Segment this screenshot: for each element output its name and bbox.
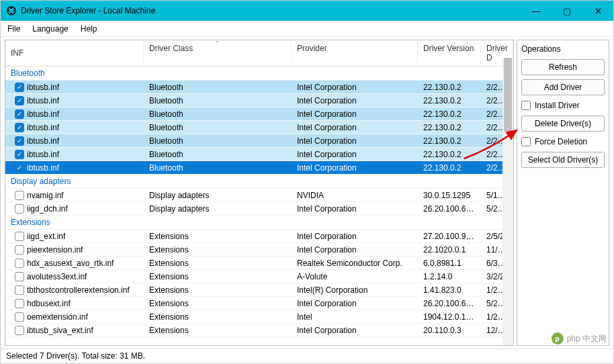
window-title: Driver Store Explorer - Local Machine bbox=[21, 6, 521, 15]
cell-class: Bluetooth bbox=[144, 83, 292, 92]
cell-version: 1904.12.0.1208 bbox=[418, 312, 481, 322]
group-bluetooth[interactable]: Bluetooth bbox=[5, 66, 513, 81]
group-extensions[interactable]: Extensions bbox=[5, 216, 513, 230]
menu-help[interactable]: Help bbox=[81, 24, 97, 34]
minimize-button[interactable]: — bbox=[521, 1, 552, 21]
column-driver-class[interactable]: ⌃ Driver Class bbox=[144, 40, 292, 66]
table-row[interactable]: iigd_dch.infDisplay adaptersIntel Corpor… bbox=[5, 202, 513, 216]
cell-inf: nvamig.inf bbox=[27, 191, 64, 200]
row-checkbox[interactable] bbox=[15, 326, 24, 335]
menu-bar: File Language Help bbox=[1, 21, 613, 37]
column-inf[interactable]: INF bbox=[5, 40, 144, 66]
cell-version: 1.2.14.0 bbox=[418, 272, 481, 281]
cell-version: 22.130.0.2 bbox=[418, 163, 481, 173]
row-checkbox[interactable] bbox=[15, 259, 24, 268]
delete-drivers-button[interactable]: Delete Driver(s) bbox=[521, 116, 605, 132]
cell-inf: iigd_ext.inf bbox=[27, 232, 65, 241]
cell-class: Display adapters bbox=[144, 204, 292, 214]
table-row[interactable]: ibtusb_siva_ext.infExtensionsIntel Corpo… bbox=[5, 324, 513, 337]
table-row[interactable]: avolutess3ext.infExtensionsA-Volute1.2.1… bbox=[5, 270, 513, 283]
row-checkbox[interactable] bbox=[15, 109, 24, 119]
vertical-scrollbar[interactable] bbox=[502, 58, 513, 345]
row-checkbox[interactable] bbox=[15, 123, 24, 132]
table-row[interactable]: hdbusext.infExtensionsIntel Corporation2… bbox=[5, 297, 513, 310]
cell-provider: Intel Corporation bbox=[292, 123, 418, 132]
row-checkbox[interactable] bbox=[15, 272, 24, 281]
table-row[interactable]: pieextension.infExtensionsIntel Corporat… bbox=[5, 243, 513, 257]
maximize-button[interactable]: ▢ bbox=[552, 1, 582, 21]
status-bar: Selected 7 Driver(s). Total size: 31 MB. bbox=[1, 349, 613, 363]
cell-provider: Intel Corporation bbox=[292, 83, 418, 92]
row-checkbox[interactable] bbox=[15, 96, 24, 105]
table-body: Bluetoothibtusb.infBluetoothIntel Corpor… bbox=[5, 66, 513, 345]
cell-class: Extensions bbox=[144, 245, 292, 255]
cell-class: Extensions bbox=[144, 285, 292, 295]
refresh-button[interactable]: Refresh bbox=[521, 59, 605, 75]
table-row[interactable]: ibtusb.infBluetoothIntel Corporation22.1… bbox=[5, 121, 513, 134]
add-driver-button[interactable]: Add Driver bbox=[521, 79, 605, 95]
menu-language[interactable]: Language bbox=[32, 24, 68, 34]
column-provider[interactable]: Provider bbox=[292, 40, 418, 66]
cell-class: Extensions bbox=[144, 299, 292, 308]
cell-provider: Intel Corporation bbox=[292, 163, 418, 173]
table-row[interactable]: ibtusb.infBluetoothIntel Corporation22.1… bbox=[5, 161, 513, 175]
cell-inf: ibtusb.inf bbox=[27, 136, 59, 146]
cell-inf: ibtusb.inf bbox=[27, 150, 59, 159]
cell-class: Display adapters bbox=[144, 191, 292, 200]
operations-title: Operations bbox=[521, 44, 605, 54]
table-row[interactable]: nvamig.infDisplay adaptersNVIDIA30.0.15.… bbox=[5, 189, 513, 202]
row-checkbox[interactable] bbox=[15, 83, 24, 92]
cell-version: 6.0.8981.1 bbox=[418, 259, 481, 268]
table-row[interactable]: ibtusb.infBluetoothIntel Corporation22.1… bbox=[5, 107, 513, 121]
cell-class: Bluetooth bbox=[144, 123, 292, 132]
table-row[interactable]: ibtusb.infBluetoothIntel Corporation22.1… bbox=[5, 148, 513, 161]
cell-provider: Intel Corporation bbox=[292, 109, 418, 119]
table-row[interactable]: hdx_asusext_avo_rtk.infExtensionsRealtek… bbox=[5, 257, 513, 270]
table-row[interactable]: ibtusb.infBluetoothIntel Corporation22.1… bbox=[5, 94, 513, 107]
row-checkbox[interactable] bbox=[15, 299, 24, 308]
cell-inf: ibtusb.inf bbox=[27, 163, 59, 173]
window-controls: — ▢ ✕ bbox=[521, 1, 613, 21]
row-checkbox[interactable] bbox=[15, 163, 24, 173]
close-button[interactable]: ✕ bbox=[582, 1, 613, 21]
cell-class: Extensions bbox=[144, 326, 292, 335]
menu-file[interactable]: File bbox=[7, 24, 20, 34]
table-row[interactable]: oemextension.infExtensionsIntel1904.12.0… bbox=[5, 310, 513, 324]
install-driver-checkbox[interactable]: Install Driver bbox=[521, 99, 605, 111]
column-version[interactable]: Driver Version bbox=[418, 40, 481, 66]
install-driver-check[interactable] bbox=[521, 101, 531, 110]
row-checkbox[interactable] bbox=[15, 245, 24, 255]
row-checkbox[interactable] bbox=[15, 150, 24, 159]
table-row[interactable]: tbthostcontrollerextension.infExtensions… bbox=[5, 283, 513, 297]
row-checkbox[interactable] bbox=[15, 204, 24, 214]
table-row[interactable]: ibtusb.infBluetoothIntel Corporation22.1… bbox=[5, 81, 513, 94]
cell-inf: ibtusb.inf bbox=[27, 109, 59, 119]
cell-provider: Intel Corporation bbox=[292, 232, 418, 241]
row-checkbox[interactable] bbox=[15, 136, 24, 146]
table-row[interactable]: ibtusb.infBluetoothIntel Corporation22.1… bbox=[5, 134, 513, 148]
row-checkbox[interactable] bbox=[15, 285, 24, 295]
cell-version: 22.130.0.2 bbox=[418, 136, 481, 146]
select-old-drivers-button[interactable]: Select Old Driver(s) bbox=[521, 152, 605, 168]
table-header: INF ⌃ Driver Class Provider Driver Versi… bbox=[5, 40, 513, 66]
group-display-adapters[interactable]: Display adapters bbox=[5, 175, 513, 189]
scrollbar-thumb[interactable] bbox=[504, 58, 512, 132]
row-checkbox[interactable] bbox=[15, 191, 24, 200]
status-text: Selected 7 Driver(s). Total size: 31 MB. bbox=[6, 351, 145, 361]
cell-provider: Intel Corporation bbox=[292, 326, 418, 335]
force-deletion-check[interactable] bbox=[521, 137, 531, 146]
cell-inf: ibtusb.inf bbox=[27, 123, 59, 132]
table-row[interactable]: iigd_ext.infExtensionsIntel Corporation2… bbox=[5, 230, 513, 243]
cell-version: 1.41.823.0 bbox=[418, 285, 481, 295]
row-checkbox[interactable] bbox=[15, 312, 24, 322]
cell-inf: ibtusb.inf bbox=[27, 96, 59, 105]
cell-provider: Intel bbox=[292, 312, 418, 322]
row-checkbox[interactable] bbox=[15, 232, 24, 241]
watermark-logo-icon: p bbox=[552, 332, 564, 345]
cell-version: 27.20.100.9268 bbox=[418, 232, 481, 241]
force-deletion-checkbox[interactable]: Force Deletion bbox=[521, 136, 605, 148]
cell-inf: hdbusext.inf bbox=[27, 299, 71, 308]
cell-version: 22.1020.0.1 bbox=[418, 245, 481, 255]
driver-table: INF ⌃ Driver Class Provider Driver Versi… bbox=[5, 40, 514, 346]
title-bar: Driver Store Explorer - Local Machine — … bbox=[1, 1, 613, 21]
